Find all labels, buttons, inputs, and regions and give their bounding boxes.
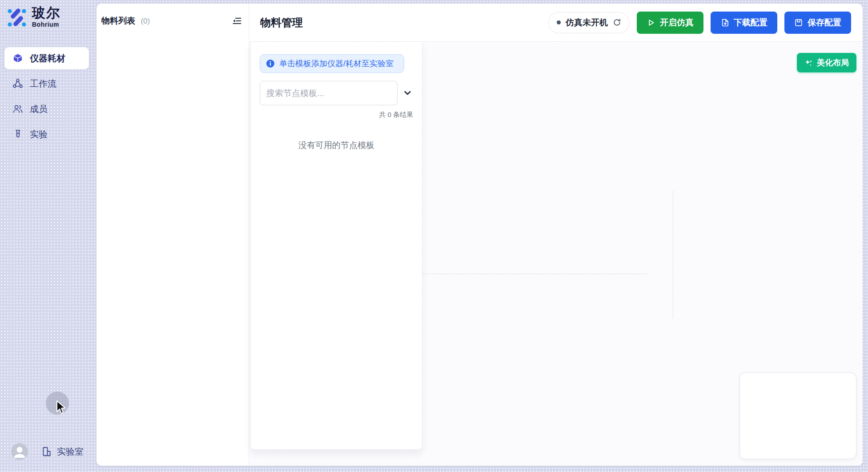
main-card: 物料列表 (0) 物料管理 仿真未开机: [96, 4, 863, 466]
save-config-label: 保存配置: [808, 17, 841, 28]
beautify-layout-label: 美化布局: [817, 57, 849, 68]
node-template-panel: 单击模板添加仪器/耗材至实验室 共 0 条结果 没有可用的节点模板: [250, 42, 422, 450]
canvas-minimap[interactable]: [739, 372, 856, 459]
download-config-button[interactable]: 下载配置: [711, 12, 777, 34]
sidebar-item-label: 仪器耗材: [30, 52, 65, 64]
material-list-count: (0): [141, 17, 150, 25]
sidebar-item-experiment[interactable]: 实验: [4, 123, 89, 145]
sidebar-item-label: 工作流: [30, 78, 56, 90]
sidebar-item-instruments[interactable]: 仪器耗材: [4, 47, 89, 69]
mouse-cursor: [55, 400, 66, 415]
simulation-status-pill[interactable]: 仿真未开机: [548, 12, 630, 33]
brand-name-zh: 玻尔: [32, 6, 60, 20]
download-config-label: 下载配置: [734, 17, 768, 28]
simulation-status-label: 仿真未开机: [566, 17, 608, 28]
save-config-button[interactable]: 保存配置: [784, 12, 851, 34]
cube-icon: [12, 53, 23, 64]
result-count: 共 0 条结果: [260, 111, 413, 119]
experiment-icon: [12, 129, 23, 140]
bohrium-logo-icon: [6, 7, 28, 28]
hint-banner: 单击模板添加仪器/耗材至实验室: [260, 54, 404, 73]
chevron-down-icon: [402, 88, 413, 98]
info-icon: [266, 59, 275, 68]
material-list-panel: 物料列表 (0): [96, 4, 249, 466]
page-header: 物料管理 仿真未开机 开启仿真: [249, 4, 863, 42]
empty-templates-message: 没有可用的节点模板: [260, 140, 413, 151]
refresh-icon[interactable]: [613, 18, 621, 27]
lab-label: 实验室: [57, 446, 84, 458]
material-list-title: 物料列表: [101, 16, 135, 25]
start-simulation-button[interactable]: 开启仿真: [637, 12, 703, 34]
sidebar-item-members[interactable]: 成员: [4, 98, 89, 120]
sidebar-item-workflow[interactable]: 工作流: [4, 72, 89, 95]
file-download-icon: [720, 18, 729, 27]
brand-name-en: Bohrium: [32, 21, 60, 28]
start-simulation-label: 开启仿真: [660, 17, 694, 28]
beautify-layout-button[interactable]: 美化布局: [797, 53, 856, 72]
members-icon: [12, 104, 23, 114]
workflow-icon: [12, 78, 23, 89]
menu-fold-icon: [232, 16, 242, 26]
canvas-grid-hline: [422, 274, 647, 274]
template-search-input[interactable]: [260, 81, 398, 105]
sparkles-icon: [804, 59, 813, 67]
building-icon: [41, 446, 52, 457]
sidebar: 玻尔 Bohrium 仪器耗材 工作流: [0, 0, 96, 472]
canvas-grid-vline: [673, 191, 673, 318]
sidebar-nav: 仪器耗材 工作流 成员: [4, 47, 89, 148]
expand-filter-button[interactable]: [402, 88, 413, 98]
collapse-panel-button[interactable]: [232, 16, 242, 26]
template-search-row: [260, 81, 413, 105]
brand-text: 玻尔 Bohrium: [32, 6, 60, 28]
bohrium-app: 玻尔 Bohrium 仪器耗材 工作流: [0, 0, 868, 472]
material-list-header: 物料列表 (0): [96, 4, 249, 27]
status-dot: [557, 20, 561, 24]
play-icon: [647, 18, 655, 27]
avatar[interactable]: [11, 443, 28, 460]
sidebar-item-label: 成员: [30, 103, 48, 115]
material-list-title-row: 物料列表 (0): [101, 15, 150, 27]
user-icon: [11, 443, 28, 460]
brand-logo: 玻尔 Bohrium: [6, 6, 60, 28]
flow-canvas[interactable]: 单击模板添加仪器/耗材至实验室 共 0 条结果 没有可用的节点模板: [249, 42, 863, 466]
lab-selector[interactable]: 实验室: [41, 446, 84, 458]
sidebar-footer: 实验室: [11, 443, 84, 460]
page-title: 物料管理: [260, 16, 303, 30]
save-icon: [794, 18, 803, 27]
header-actions: 仿真未开机 开启仿真: [548, 12, 851, 34]
hint-banner-text: 单击模板添加仪器/耗材至实验室: [279, 58, 394, 69]
sidebar-item-label: 实验: [30, 128, 48, 140]
